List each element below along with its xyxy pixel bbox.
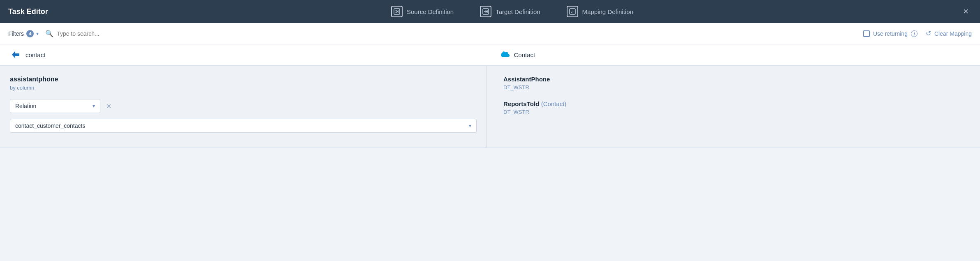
relation-dropdown[interactable]: Relation ▾ [10, 99, 100, 113]
tab-source-definition-label: Source Definition [407, 8, 454, 15]
mapping-row: assistantphone by column Relation ▾ ✕ co… [0, 66, 980, 148]
target-field-assistant-phone: AssistantPhone DT_WSTR [503, 76, 970, 90]
tab-mapping-definition-label: Mapping Definition [582, 8, 633, 15]
relation-dropdown-label: Relation [15, 103, 36, 109]
info-icon: i [911, 30, 917, 37]
relation-dropdown-arrow-icon: ▾ [93, 103, 95, 109]
use-returning-checkbox[interactable] [863, 30, 870, 37]
source-field-name: assistantphone [10, 76, 477, 83]
mapping-definition-icon: ♫ [567, 6, 578, 17]
svg-text:♫: ♫ [571, 9, 574, 14]
clear-relation-button[interactable]: ✕ [104, 101, 113, 112]
source-field-subtype: by column [10, 85, 477, 91]
title-bar: Task Editor Source Definition [0, 0, 980, 23]
source-logo [10, 49, 21, 60]
filters-label: Filters [8, 30, 24, 37]
salesforce-logo [498, 49, 510, 60]
target-column-name: Contact [514, 51, 535, 58]
search-box: 🔍 [45, 30, 251, 37]
target-field-type-1: DT_WSTR [503, 84, 970, 90]
tab-source-definition[interactable]: Source Definition [378, 2, 467, 21]
column-headers: contact Contact [0, 44, 980, 66]
target-field-reports-told: ReportsTold (Contact) DT_WSTR [503, 100, 970, 115]
toolbar-right: Use returning i ↺ Clear Mapping [863, 30, 972, 37]
tab-target-definition[interactable]: Target Definition [467, 2, 553, 21]
contact-dropdown-arrow-icon: ▾ [469, 123, 471, 129]
source-panel: assistantphone by column Relation ▾ ✕ co… [0, 66, 487, 148]
search-icon: 🔍 [45, 30, 53, 37]
source-column-name: contact [25, 51, 45, 58]
filter-count-badge: 4 [26, 30, 34, 37]
use-returning-label: Use returning [873, 30, 908, 37]
relation-dropdown-row: Relation ▾ ✕ [10, 99, 477, 113]
target-field-name-2: ReportsTold (Contact) [503, 100, 970, 108]
tab-target-definition-label: Target Definition [496, 8, 540, 15]
app-title: Task Editor [8, 7, 48, 16]
filters-button[interactable]: Filters 4 ▾ [8, 30, 39, 37]
toolbar: Filters 4 ▾ 🔍 Use returning i ↺ Clear Ma… [0, 23, 980, 44]
contact-dropdown-label: contact_customer_contacts [15, 122, 85, 129]
use-returning-control[interactable]: Use returning i [863, 30, 917, 37]
target-column-header: Contact [482, 49, 971, 60]
svg-rect-0 [394, 9, 400, 14]
main-content: assistantphone by column Relation ▾ ✕ co… [0, 66, 980, 148]
contact-dropdown[interactable]: contact_customer_contacts ▾ [10, 119, 477, 133]
target-field-type-2: DT_WSTR [503, 109, 970, 115]
title-bar-tabs: Source Definition Target Definition ♫ [65, 2, 960, 21]
svg-marker-7 [12, 51, 19, 58]
clear-mapping-label: Clear Mapping [934, 30, 972, 37]
source-definition-icon [391, 6, 403, 17]
clear-mapping-button[interactable]: ↺ Clear Mapping [926, 30, 972, 37]
tab-mapping-definition[interactable]: ♫ Mapping Definition [554, 2, 646, 21]
close-button[interactable]: × [960, 5, 972, 18]
source-column-header: contact [10, 49, 482, 60]
target-field-name-1: AssistantPhone [503, 76, 970, 83]
search-input[interactable] [57, 30, 251, 37]
filters-chevron-icon: ▾ [36, 31, 39, 37]
target-definition-icon [480, 6, 491, 17]
clear-mapping-icon: ↺ [926, 30, 931, 37]
target-panel: AssistantPhone DT_WSTR ReportsTold (Cont… [487, 66, 980, 148]
